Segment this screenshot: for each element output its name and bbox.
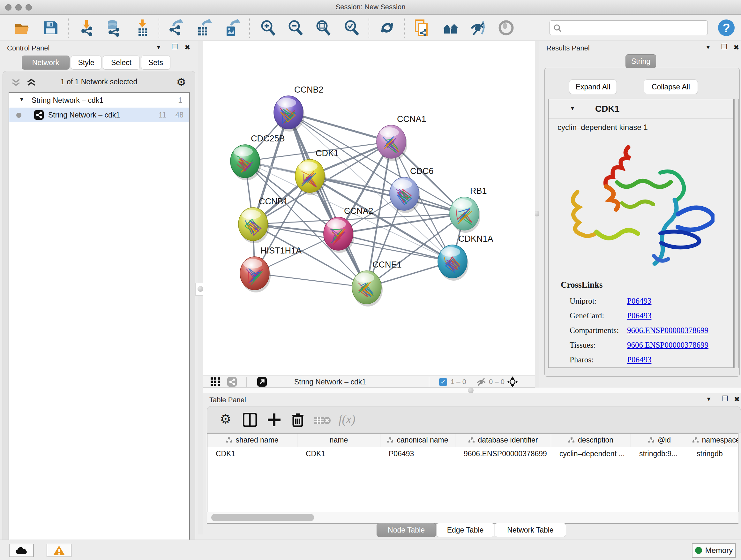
show-columns-icon[interactable] (243, 413, 257, 427)
edge-CCNB2-CCNE1[interactable] (288, 112, 367, 287)
horizontal-divider[interactable] (203, 388, 741, 393)
right-panel-divider[interactable] (535, 41, 539, 388)
table-hscrollbar[interactable] (207, 512, 738, 523)
show-eye-icon[interactable] (497, 19, 515, 37)
string-network-graph[interactable]: CCNB2CCNA1CDC25BCDK1CDC6RB1CCNB1CCNA2CDK… (203, 41, 535, 375)
add-column-icon[interactable] (267, 413, 281, 427)
divider-handle[interactable] (198, 286, 203, 292)
refresh-icon[interactable] (378, 19, 396, 37)
column-header-namespace[interactable]: namespace (688, 434, 738, 447)
node-CDC6[interactable]: CDC6 (390, 166, 434, 213)
network-row[interactable]: String Network – cdk1 11 48 (9, 108, 189, 122)
column-header-description[interactable]: description (551, 434, 631, 447)
table-data-row[interactable]: CDK1CDK1P064939606.ENSP00000378699cyclin… (207, 447, 738, 460)
column-header-shared-name[interactable]: shared name (207, 434, 297, 447)
import-network-icon[interactable] (77, 19, 95, 37)
node-HIST1H1A[interactable]: HIST1H1A (240, 246, 301, 293)
expand-all-button[interactable]: Expand All (569, 79, 617, 94)
import-table-icon[interactable] (133, 19, 151, 37)
memory-button[interactable]: Memory (692, 543, 736, 558)
search-input[interactable] (564, 22, 702, 33)
delete-table-icon[interactable] (314, 415, 331, 426)
open-session-icon[interactable] (13, 19, 31, 37)
cell[interactable]: cyclin–dependent ... (551, 447, 631, 460)
crosslink-link[interactable]: P06493 (627, 355, 651, 364)
copy-network-icon[interactable] (413, 19, 431, 37)
cell[interactable]: stringdb (688, 447, 738, 460)
hide-eye-icon[interactable] (469, 19, 487, 37)
zoom-in-icon[interactable] (259, 19, 277, 37)
node-CCNE1[interactable]: CCNE1 (352, 260, 402, 307)
zoom-out-icon[interactable] (286, 19, 305, 37)
gear-icon[interactable]: ⚙ (177, 76, 186, 88)
zoom-selected-icon[interactable] (343, 19, 360, 37)
zoom-fit-icon[interactable] (314, 19, 332, 37)
maximize-panel-icon[interactable]: ❒ (721, 43, 728, 51)
network-view-icon[interactable] (227, 377, 237, 387)
selected-checkbox-icon[interactable]: ✓ (439, 378, 447, 386)
function-builder-icon[interactable]: f(x) (339, 412, 355, 426)
node-CCNA1[interactable]: CCNA1 (377, 114, 426, 161)
cell[interactable]: CDK1 (207, 447, 297, 460)
column-header-database-identifier[interactable]: database identifier (455, 434, 551, 447)
network-collection-row[interactable]: ▼ String Network – cdk1 1 (9, 93, 189, 108)
help-icon[interactable]: ? (718, 19, 735, 37)
export-image-icon[interactable] (222, 19, 240, 37)
crosslink-link[interactable]: 9606.ENSP00000378699 (627, 326, 709, 335)
tab-style[interactable]: Style (71, 56, 102, 70)
collapse-arrow-icon[interactable]: ▼ (19, 96, 24, 103)
cloud-button[interactable] (9, 544, 34, 557)
node-RB1[interactable]: RB1 (450, 186, 487, 233)
divider-handle[interactable] (468, 388, 474, 393)
left-panel-divider[interactable] (198, 41, 203, 535)
detach-view-icon[interactable] (257, 377, 267, 387)
close-panel-icon[interactable]: ✖ (185, 44, 190, 52)
network-canvas[interactable]: CCNB2CCNA1CDC25BCDK1CDC6RB1CCNB1CCNA2CDK… (203, 41, 535, 375)
tab-sets[interactable]: Sets (141, 56, 171, 70)
column-header-name[interactable]: name (297, 434, 381, 447)
node-CCNB1[interactable]: CCNB1 (239, 197, 288, 243)
float-panel-icon[interactable]: ▼ (706, 396, 712, 402)
cell[interactable]: P06493 (381, 447, 455, 460)
maximize-panel-icon[interactable]: ❒ (172, 43, 178, 51)
tab-network[interactable]: Network (22, 56, 70, 70)
grid-view-icon[interactable] (211, 377, 220, 386)
tab-node-table[interactable]: Node Table (377, 523, 436, 537)
node-CCNB2[interactable]: CCNB2 (274, 85, 324, 132)
close-panel-icon[interactable]: ✖ (734, 395, 740, 403)
table-settings-gear-icon[interactable]: ⚙ (220, 412, 231, 426)
tab-select[interactable]: Select (103, 56, 140, 70)
edge-HIST1H1A-CCNE1[interactable] (255, 273, 367, 287)
hidden-eye-icon[interactable] (476, 378, 486, 386)
tab-string[interactable]: String (625, 54, 656, 68)
column-header--id[interactable]: @id (631, 434, 688, 447)
crosslink-link[interactable]: 9606.ENSP00000378699 (627, 341, 709, 350)
birds-eye-icon[interactable] (507, 376, 518, 388)
import-network-from-database-icon[interactable] (104, 19, 122, 37)
node-CDKN1A[interactable]: CDKN1A (438, 234, 493, 281)
scrollbar-thumb[interactable] (211, 514, 314, 521)
cell[interactable]: stringdb:9... (631, 447, 688, 460)
export-table-icon[interactable] (194, 19, 212, 37)
collapse-all-button[interactable]: Collapse All (644, 79, 698, 94)
warnings-button[interactable] (47, 544, 71, 557)
column-header-canonical-name[interactable]: canonical name (381, 434, 455, 447)
houses-icon[interactable] (441, 19, 459, 37)
float-panel-icon[interactable]: ▼ (705, 44, 711, 51)
tab-network-table[interactable]: Network Table (495, 523, 566, 537)
float-panel-icon[interactable]: ▼ (156, 44, 161, 51)
collapse-arrow-icon[interactable]: ▼ (569, 105, 576, 112)
results-scrollbar[interactable] (734, 99, 739, 368)
gene-header-row[interactable]: ▼ CDK1 (549, 99, 733, 118)
cell[interactable]: CDK1 (297, 447, 381, 460)
delete-column-icon[interactable] (291, 412, 305, 428)
cell[interactable]: 9606.ENSP00000378699 (455, 447, 551, 460)
maximize-panel-icon[interactable]: ❒ (722, 395, 728, 403)
node-table[interactable]: shared namenamecanonical namedatabase id… (207, 433, 738, 523)
tab-edge-table[interactable]: Edge Table (436, 523, 494, 537)
save-session-icon[interactable] (42, 19, 59, 37)
close-panel-icon[interactable]: ✖ (733, 44, 739, 52)
export-network-icon[interactable] (167, 19, 185, 37)
crosslink-link[interactable]: P06493 (627, 311, 651, 320)
crosslink-link[interactable]: P06493 (627, 297, 651, 306)
